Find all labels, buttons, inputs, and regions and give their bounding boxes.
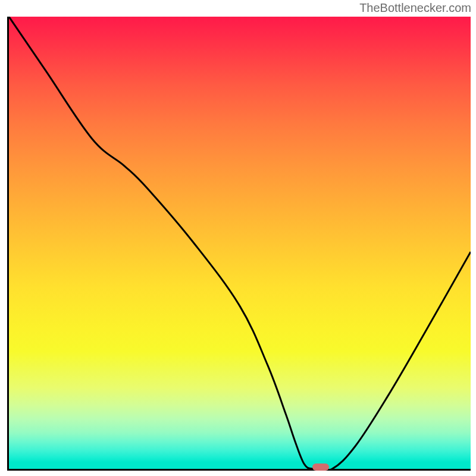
bottleneck-curve-line	[9, 17, 471, 469]
chart-curve-svg	[9, 17, 471, 469]
optimal-point-marker	[312, 464, 329, 471]
attribution-text: TheBottlenecker.com	[359, 1, 471, 15]
chart-plot-area	[7, 17, 471, 471]
